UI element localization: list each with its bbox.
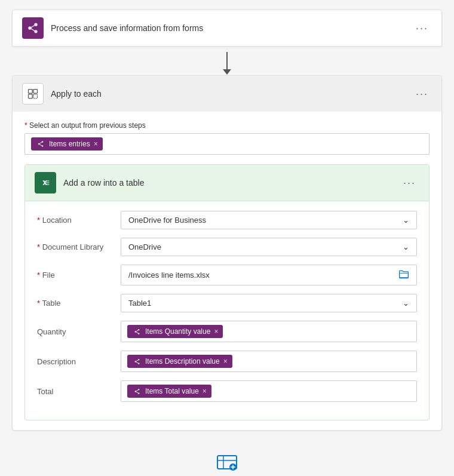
table-row: Table Table1 ⌄: [37, 294, 417, 312]
document-library-control[interactable]: OneDrive ⌄: [121, 238, 417, 256]
svg-point-26: [134, 361, 136, 362]
file-label: File: [37, 271, 121, 280]
svg-point-11: [38, 143, 40, 145]
svg-line-28: [136, 362, 137, 363]
trigger-card: Process and save information from forms …: [12, 10, 442, 47]
apply-body: Select an output from previous steps Ite…: [13, 112, 441, 430]
description-chip-icon: [132, 357, 142, 366]
svg-point-25: [138, 363, 139, 364]
items-entries-chip: Items entries ×: [31, 137, 103, 151]
svg-point-24: [138, 359, 139, 360]
svg-line-27: [136, 360, 137, 361]
apply-to-each-card: Apply to each ··· Select an output from …: [12, 75, 442, 431]
svg-rect-16: [46, 182, 50, 183]
trigger-more-button[interactable]: ···: [412, 21, 432, 36]
items-entries-input[interactable]: Items entries ×: [24, 133, 430, 155]
apply-icon-box: [22, 83, 44, 105]
table-control[interactable]: Table1 ⌄: [121, 294, 417, 312]
svg-line-23: [136, 332, 137, 333]
description-chip: Items Description value ×: [127, 355, 232, 368]
location-control[interactable]: OneDrive for Business ⌄: [121, 211, 417, 229]
apply-icon: [27, 88, 39, 100]
table-label: Table: [37, 299, 121, 308]
items-entries-chip-label: Items entries: [49, 140, 90, 148]
svg-line-32: [136, 389, 137, 391]
svg-rect-7: [29, 94, 33, 99]
file-field[interactable]: /Invoices line items.xlsx: [121, 265, 417, 285]
svg-point-9: [42, 141, 44, 143]
svg-rect-6: [33, 90, 38, 94]
svg-point-31: [134, 391, 136, 392]
svg-rect-5: [29, 90, 33, 94]
total-chip-label: Items Total value: [145, 387, 199, 395]
svg-line-4: [31, 29, 35, 31]
file-value: /Invoices line items.xlsx: [128, 271, 210, 280]
table-dropdown[interactable]: Table1 ⌄: [121, 294, 417, 312]
document-library-label: Document Library: [37, 242, 121, 251]
table-chevron-icon: ⌄: [403, 299, 409, 308]
total-chip-close[interactable]: ×: [203, 387, 207, 395]
svg-rect-15: [46, 180, 50, 181]
svg-point-30: [138, 392, 139, 394]
quantity-chip: Items Quantity value ×: [127, 325, 223, 338]
quantity-chip-close[interactable]: ×: [214, 327, 218, 336]
svg-line-3: [31, 25, 35, 27]
total-chip: Items Total value ×: [127, 385, 211, 398]
document-library-dropdown[interactable]: OneDrive ⌄: [121, 238, 417, 256]
svg-point-29: [138, 389, 139, 390]
quantity-chip-label: Items Quantity value: [145, 327, 210, 336]
description-chip-close[interactable]: ×: [223, 357, 228, 366]
total-input[interactable]: Items Total value ×: [121, 380, 417, 402]
quantity-control[interactable]: Items Quantity value ×: [121, 321, 417, 342]
document-library-chevron-icon: ⌄: [403, 242, 409, 251]
trigger-title: Process and save information from forms: [51, 23, 412, 33]
description-input[interactable]: Items Description value ×: [121, 351, 417, 372]
trigger-icon: [27, 22, 39, 34]
quantity-chip-icon: [132, 327, 142, 336]
total-control[interactable]: Items Total value ×: [121, 380, 417, 402]
action-body: Location OneDrive for Business ⌄ Documen…: [25, 201, 429, 420]
svg-point-20: [138, 333, 139, 334]
action-header: Add a row into a table ···: [25, 165, 429, 201]
action-more-button[interactable]: ···: [400, 176, 419, 191]
location-row: Location OneDrive for Business ⌄: [37, 211, 417, 229]
folder-icon[interactable]: [398, 269, 409, 281]
total-row: Total: [37, 380, 417, 402]
quantity-row: Quantity: [37, 321, 417, 342]
description-chip-network-icon: [134, 358, 140, 365]
table-value: Table1: [128, 299, 151, 308]
apply-title: Apply to each: [51, 89, 412, 99]
file-row: File /Invoices line items.xlsx: [37, 265, 417, 285]
items-entries-chip-close[interactable]: ×: [94, 140, 98, 148]
add-action-container: Add an action: [12, 450, 442, 476]
apply-header: Apply to each ···: [13, 76, 441, 112]
svg-point-0: [35, 23, 37, 26]
location-label: Location: [37, 216, 121, 225]
svg-rect-17: [46, 184, 50, 185]
svg-point-2: [29, 27, 31, 29]
file-control[interactable]: /Invoices line items.xlsx: [121, 265, 417, 285]
add-action-button[interactable]: Add an action: [192, 450, 262, 476]
svg-line-13: [39, 145, 42, 146]
location-dropdown[interactable]: OneDrive for Business ⌄: [121, 211, 417, 229]
quantity-label: Quantity: [37, 327, 121, 336]
items-entries-chip-icon: [36, 139, 45, 149]
svg-point-1: [35, 30, 37, 33]
total-chip-icon: [132, 386, 142, 396]
chip-network-icon: [37, 140, 44, 148]
action-title: Add a row into a table: [63, 178, 400, 188]
arrow-line: [226, 52, 228, 70]
document-library-row: Document Library OneDrive ⌄: [37, 238, 417, 256]
action-icon-box: [35, 172, 56, 194]
quantity-chip-network-icon: [134, 328, 140, 335]
apply-more-button[interactable]: ···: [412, 87, 432, 102]
quantity-input[interactable]: Items Quantity value ×: [121, 321, 417, 342]
select-output-label: Select an output from previous steps: [24, 121, 430, 130]
description-control[interactable]: Items Description value ×: [121, 351, 417, 372]
excel-icon: [39, 176, 52, 189]
location-value: OneDrive for Business: [128, 216, 206, 225]
folder-svg-icon: [398, 269, 409, 279]
action-card: Add a row into a table ··· Location OneD…: [24, 164, 430, 420]
location-chevron-icon: ⌄: [403, 216, 409, 225]
svg-line-12: [39, 142, 42, 143]
